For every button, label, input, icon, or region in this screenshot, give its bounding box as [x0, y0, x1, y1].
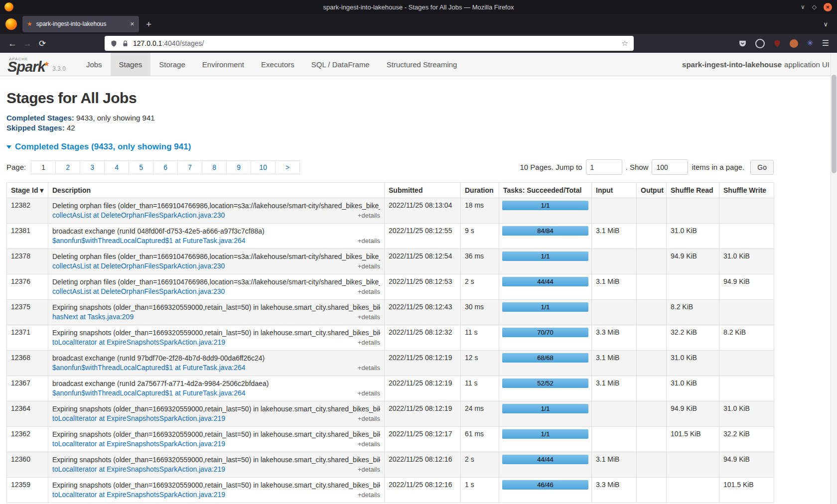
details-toggle[interactable]: +details [358, 312, 380, 322]
task-progress-label: 68/68 [502, 353, 588, 363]
page-button-8[interactable]: 8 [202, 160, 227, 174]
page-button-7[interactable]: 7 [177, 160, 202, 174]
column-header-tasks-succeeded-total[interactable]: Tasks: Succeeded/Total [499, 183, 592, 198]
stage-detail-link[interactable]: toLocalIterator at ExpireSnapshotsSparkA… [52, 490, 225, 500]
pocket-icon[interactable] [738, 39, 747, 48]
go-button[interactable]: Go [750, 160, 774, 175]
maximize-button[interactable]: ◇ [812, 4, 817, 10]
spark-nav-stages[interactable]: Stages [111, 53, 151, 76]
spark-nav-executors[interactable]: Executors [253, 53, 303, 76]
page-next-button[interactable]: > [275, 160, 300, 174]
stage-detail-link[interactable]: $anonfun$withThreadLocalCaptured$1 at Fu… [52, 388, 246, 398]
stage-detail-link[interactable]: collectAsList at DeleteOrphanFilesSparkA… [52, 287, 225, 296]
stage-id-cell: 12359 [7, 478, 48, 503]
stage-id-cell: 12360 [7, 452, 48, 478]
forward-button[interactable]: → [20, 39, 35, 48]
shuffle-write-cell: 31.0 KiB [719, 401, 774, 427]
items-label: items in a page. [692, 163, 744, 171]
page-label: Page: [6, 163, 26, 171]
details-toggle[interactable]: +details [358, 414, 380, 423]
column-header-duration[interactable]: Duration [461, 183, 499, 198]
spark-nav-jobs[interactable]: Jobs [78, 53, 111, 76]
vertical-scrollbar[interactable] [831, 53, 837, 504]
account-icon[interactable] [755, 39, 765, 48]
stage-detail-link[interactable]: toLocalIterator at ExpireSnapshotsSparkA… [52, 414, 225, 423]
stage-detail-link[interactable]: toLocalIterator at ExpireSnapshotsSparkA… [52, 439, 225, 449]
toolbar-extension-icons: ✳ ☰ [738, 39, 832, 48]
column-header-stage-id[interactable]: Stage Id ▾ [7, 183, 48, 198]
column-header-input[interactable]: Input [592, 183, 637, 198]
page-button-2[interactable]: 2 [55, 160, 80, 174]
details-toggle[interactable]: +details [358, 439, 380, 449]
stage-detail-link[interactable]: hasNext at Tasks.java:209 [52, 312, 134, 322]
page-button-10[interactable]: 10 [251, 160, 276, 174]
stage-detail-link[interactable]: toLocalIterator at ExpireSnapshotsSparkA… [52, 338, 225, 347]
completed-stages-link[interactable]: Completed Stages: [6, 114, 74, 122]
page-button-6[interactable]: 6 [153, 160, 178, 174]
page-button-1[interactable]: 1 [31, 160, 56, 174]
page-button-5[interactable]: 5 [129, 160, 153, 174]
details-toggle[interactable]: +details [358, 388, 380, 398]
details-toggle[interactable]: +details [358, 338, 380, 347]
completed-stages-section-toggle[interactable]: Completed Stages (9433, only showing 941… [6, 142, 831, 152]
stage-detail-link[interactable]: $anonfun$withThreadLocalCaptured$1 at Fu… [52, 236, 246, 246]
new-tab-button[interactable]: + [146, 19, 151, 29]
ublock-shield-icon[interactable] [773, 39, 781, 47]
page-button-4[interactable]: 4 [104, 160, 129, 174]
stages-table-body: 12382Deleting orphan files (older_than=1… [7, 198, 774, 503]
page-button-9[interactable]: 9 [226, 160, 251, 174]
task-progress-bar: 1/1 [502, 404, 588, 413]
page-button-3[interactable]: 3 [80, 160, 105, 174]
stage-detail-link[interactable]: collectAsList at DeleteOrphanFilesSparkA… [52, 211, 225, 220]
details-toggle[interactable]: +details [358, 287, 380, 296]
details-toggle[interactable]: +details [358, 211, 380, 220]
task-progress-label: 44/44 [502, 455, 588, 464]
browser-tab[interactable]: ★ spark-ingest-into-lakehous ✕ [22, 16, 139, 32]
list-all-tabs-icon[interactable]: ∨ [823, 20, 828, 28]
spark-nav-sql-dataframe[interactable]: SQL / DataFrame [303, 53, 378, 76]
output-cell [637, 300, 667, 325]
details-toggle[interactable]: +details [358, 490, 380, 500]
column-header-output[interactable]: Output [637, 183, 667, 198]
details-toggle[interactable]: +details [358, 363, 380, 373]
column-header-shuffle-read[interactable]: Shuffle Read [667, 183, 719, 198]
shuffle-write-cell: 8.2 KiB [719, 325, 774, 351]
close-button[interactable]: ✕ [824, 3, 832, 11]
column-header-shuffle-write[interactable]: Shuffle Write [719, 183, 774, 198]
stage-id-cell: 12362 [7, 427, 48, 452]
stage-detail-link[interactable]: collectAsList at DeleteOrphanFilesSparkA… [52, 261, 225, 271]
hamburger-menu-button[interactable]: ☰ [822, 39, 829, 47]
tab-close-icon[interactable]: ✕ [130, 21, 135, 27]
details-toggle[interactable]: +details [358, 236, 380, 246]
stage-detail-link[interactable]: toLocalIterator at ExpireSnapshotsSparkA… [52, 465, 225, 474]
stage-row-12381: 12381broadcast exchange (runId 048fd06f-… [7, 224, 774, 249]
spark-nav-environment[interactable]: Environment [194, 53, 253, 76]
back-button[interactable]: ← [5, 39, 20, 48]
column-header-submitted[interactable]: Submitted [385, 183, 461, 198]
skipped-stages-link[interactable]: Skipped Stages: [6, 124, 65, 132]
stage-description-text: Deleting orphan files (older_than=166910… [52, 201, 380, 211]
extension-pinwheel-icon[interactable]: ✳ [807, 39, 813, 47]
bookmark-star-icon[interactable]: ☆ [622, 39, 628, 48]
details-toggle[interactable]: +details [358, 465, 380, 474]
items-per-page-input[interactable] [652, 159, 688, 175]
url-bar[interactable]: 127.0.0.1:4040/stages/ ☆ [105, 36, 634, 51]
duration-cell: 24 ms [461, 401, 499, 427]
spark-logo[interactable]: APACHESpark★ 3.3.0 [0, 53, 66, 76]
spark-nav-storage[interactable]: Storage [150, 53, 194, 76]
reload-button[interactable]: ⟳ [35, 39, 50, 48]
shuffle-read-cell [667, 452, 719, 478]
task-progress-label: 44/44 [502, 277, 588, 286]
jump-to-page-input[interactable] [586, 159, 622, 175]
task-progress-label: 1/1 [502, 404, 588, 413]
column-header-description[interactable]: Description [48, 183, 385, 198]
stage-detail-link[interactable]: $anonfun$withThreadLocalCaptured$1 at Fu… [52, 363, 246, 373]
tracking-protection-shield-icon[interactable] [110, 40, 118, 47]
lock-icon[interactable] [122, 40, 129, 47]
avatar-icon[interactable] [790, 39, 798, 48]
spark-nav-structured-streaming[interactable]: Structured Streaming [378, 53, 466, 76]
scrollbar-thumb[interactable] [832, 75, 837, 173]
details-toggle[interactable]: +details [358, 261, 380, 271]
stage-row-12360: 12360Expiring snapshots (older_than=1669… [7, 452, 774, 478]
minimize-button[interactable]: ∨ [801, 4, 805, 10]
